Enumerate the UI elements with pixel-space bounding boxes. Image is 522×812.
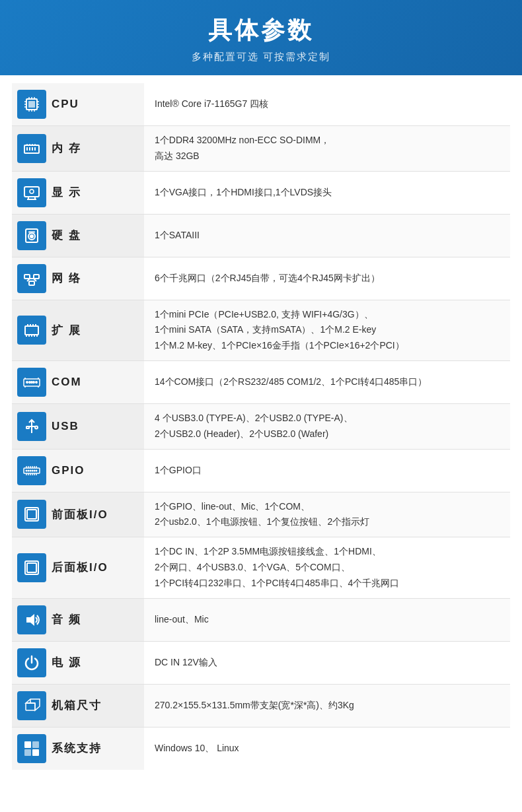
spec-row-power: 电 源 DC IN 12V输入 bbox=[12, 641, 510, 684]
svg-rect-17 bbox=[32, 147, 33, 151]
storage-icon bbox=[17, 221, 46, 250]
label-text-audio: 音 频 bbox=[52, 612, 81, 627]
label-cell-storage: 硬 盘 bbox=[12, 214, 144, 257]
spec-row-memory: 内 存 1个DDR4 3200MHz non-ECC SO-DIMM，高达 32… bbox=[12, 126, 510, 172]
display-icon bbox=[17, 178, 46, 207]
value-cell-front-panel: 1个GPIO、line-out、Mic、1个COM、2个usb2.0、1个电源按… bbox=[144, 492, 510, 537]
value-cell-dimensions: 270.2×155.5×131.5mm带支架(宽*深*高)、约3Kg bbox=[144, 684, 510, 727]
spec-row-cpu: CPU Intel® Core i7-1165G7 四核 bbox=[12, 83, 510, 126]
svg-point-62 bbox=[35, 426, 38, 428]
value-cell-rear-panel: 1个DC IN、1个2P 3.5MM电源按钮接线盒、1个HDMI、2个网口、4个… bbox=[144, 537, 510, 598]
label-text-front-panel: 前面板I/O bbox=[52, 507, 108, 522]
spec-row-audio: 音 频 line-out、Mic bbox=[12, 598, 510, 641]
audio-icon bbox=[17, 605, 46, 634]
value-cell-expansion: 1个mini PCIe（PCIe+USB2.0, 支持 WIFI+4G/3G）、… bbox=[144, 300, 510, 360]
cpu-icon bbox=[17, 90, 46, 119]
value-cell-memory: 1个DDR4 3200MHz non-ECC SO-DIMM，高达 32GB bbox=[144, 126, 510, 172]
spec-row-display: 显 示 1个VGA接口，1个HDMI接口,1个LVDS接头 bbox=[12, 171, 510, 214]
label-cell-display: 显 示 bbox=[12, 171, 144, 214]
label-cell-audio: 音 频 bbox=[12, 598, 144, 641]
spec-row-os: 系统支持 Windows 10、 Linux bbox=[12, 727, 510, 770]
label-text-dimensions: 机箱尺寸 bbox=[52, 698, 102, 713]
memory-icon bbox=[17, 134, 46, 163]
svg-rect-84 bbox=[27, 510, 36, 519]
label-text-storage: 硬 盘 bbox=[52, 228, 81, 243]
svg-point-69 bbox=[34, 469, 36, 471]
svg-rect-93 bbox=[32, 741, 39, 748]
svg-point-27 bbox=[30, 189, 34, 193]
label-text-power: 电 源 bbox=[52, 655, 81, 670]
svg-point-49 bbox=[26, 382, 28, 383]
page-header: 具体参数 多种配置可选 可按需求定制 bbox=[0, 0, 522, 75]
spec-row-front-panel: 前面板I/O 1个GPIO、line-out、Mic、1个COM、2个usb2.… bbox=[12, 492, 510, 537]
spec-row-rear-panel: 后面板I/O 1个DC IN、1个2P 3.5MM电源按钮接线盒、1个HDMI、… bbox=[12, 537, 510, 598]
spec-row-gpio: GPIO 1个GPIO口 bbox=[12, 449, 510, 492]
svg-rect-15 bbox=[26, 147, 28, 151]
value-cell-cpu: Intel® Core i7-1165G7 四核 bbox=[144, 83, 510, 126]
svg-marker-87 bbox=[26, 614, 34, 626]
svg-rect-16 bbox=[29, 147, 30, 151]
svg-point-70 bbox=[36, 469, 38, 471]
com-icon bbox=[17, 368, 46, 397]
svg-rect-23 bbox=[24, 187, 39, 197]
svg-rect-95 bbox=[32, 749, 39, 756]
front-panel-icon bbox=[17, 500, 46, 529]
value-cell-storage: 1个SATAIII bbox=[144, 214, 510, 257]
power-icon bbox=[17, 648, 46, 677]
svg-marker-89 bbox=[26, 699, 40, 710]
label-cell-expansion: 扩 展 bbox=[12, 300, 144, 360]
svg-point-65 bbox=[26, 469, 28, 471]
expansion-icon bbox=[17, 316, 46, 345]
label-cell-dimensions: 机箱尺寸 bbox=[12, 684, 144, 727]
value-cell-usb: 4 个USB3.0 (TYPE-A)、2个USB2.0 (TYPE-A)、2个U… bbox=[144, 403, 510, 449]
spec-row-com: COM 14个COM接口（2个RS232/485 COM1/2、1个PCI转4口… bbox=[12, 360, 510, 403]
label-text-rear-panel: 后面板I/O bbox=[52, 560, 108, 575]
svg-rect-86 bbox=[27, 563, 36, 572]
label-text-gpio: GPIO bbox=[52, 464, 85, 477]
value-cell-gpio: 1个GPIO口 bbox=[144, 449, 510, 492]
svg-point-30 bbox=[30, 235, 33, 238]
label-text-network: 网 络 bbox=[52, 271, 81, 286]
svg-rect-18 bbox=[34, 147, 36, 151]
svg-rect-31 bbox=[28, 231, 35, 233]
os-icon bbox=[17, 734, 46, 763]
svg-point-50 bbox=[29, 382, 30, 383]
spec-row-dimensions: 机箱尺寸 270.2×155.5×131.5mm带支架(宽*深*高)、约3Kg bbox=[12, 684, 510, 727]
svg-rect-94 bbox=[24, 749, 31, 756]
spec-table: CPU Intel® Core i7-1165G7 四核 内 存 1个DDR4 … bbox=[12, 83, 510, 770]
svg-point-67 bbox=[30, 469, 32, 471]
label-text-os: 系统支持 bbox=[52, 741, 102, 756]
svg-rect-34 bbox=[29, 281, 34, 285]
label-text-cpu: CPU bbox=[52, 98, 79, 111]
gpio-icon bbox=[17, 456, 46, 485]
network-icon bbox=[17, 264, 46, 293]
svg-rect-1 bbox=[28, 101, 35, 108]
value-cell-com: 14个COM接口（2个RS232/485 COM1/2、1个PCI转4口485串… bbox=[144, 360, 510, 403]
svg-point-68 bbox=[32, 469, 34, 471]
spec-table-container: CPU Intel® Core i7-1165G7 四核 内 存 1个DDR4 … bbox=[0, 75, 522, 778]
value-cell-power: DC IN 12V输入 bbox=[144, 641, 510, 684]
usb-icon bbox=[17, 412, 46, 441]
rear-panel-icon bbox=[17, 553, 46, 582]
value-cell-os: Windows 10、 Linux bbox=[144, 727, 510, 770]
spec-row-expansion: 扩 展 1个mini PCIe（PCIe+USB2.0, 支持 WIFI+4G/… bbox=[12, 300, 510, 360]
svg-point-51 bbox=[31, 382, 32, 383]
label-text-memory: 内 存 bbox=[52, 141, 81, 156]
page-subtitle: 多种配置可选 可按需求定制 bbox=[0, 51, 522, 63]
svg-rect-61 bbox=[26, 426, 29, 428]
label-cell-cpu: CPU bbox=[12, 83, 144, 126]
spec-row-usb: USB 4 个USB3.0 (TYPE-A)、2个USB2.0 (TYPE-A)… bbox=[12, 403, 510, 449]
svg-rect-92 bbox=[24, 741, 31, 748]
dimensions-icon bbox=[17, 691, 46, 720]
svg-rect-38 bbox=[25, 326, 38, 335]
label-cell-power: 电 源 bbox=[12, 641, 144, 684]
svg-point-66 bbox=[28, 469, 30, 471]
label-cell-network: 网 络 bbox=[12, 257, 144, 300]
label-cell-memory: 内 存 bbox=[12, 126, 144, 172]
label-text-display: 显 示 bbox=[52, 185, 81, 200]
value-cell-audio: line-out、Mic bbox=[144, 598, 510, 641]
svg-point-52 bbox=[33, 382, 34, 383]
label-cell-rear-panel: 后面板I/O bbox=[12, 537, 144, 598]
label-text-com: COM bbox=[52, 376, 82, 389]
value-cell-network: 6个千兆网口（2个RJ45自带，可选4个RJ45网卡扩出） bbox=[144, 257, 510, 300]
